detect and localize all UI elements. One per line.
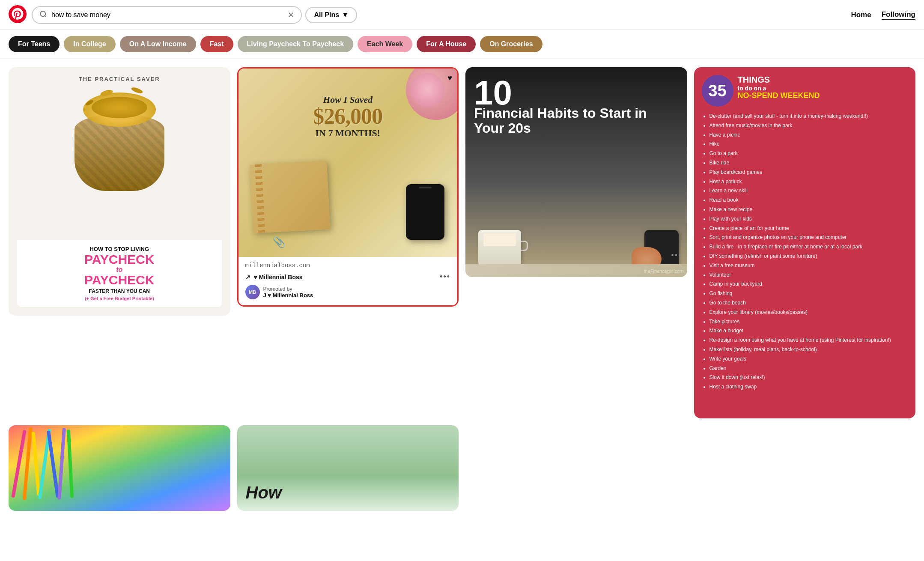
filter-paycheck[interactable]: Living Paycheck To Paycheck [238, 36, 353, 52]
list-item: Visit a free museum [709, 262, 908, 269]
filter-on-groceries[interactable]: On Groceries [480, 36, 542, 52]
search-input[interactable] [51, 11, 288, 19]
all-pins-button[interactable]: All Pins ▼ [305, 7, 357, 23]
how-to-image: How [237, 425, 459, 511]
filter-on-low-income[interactable]: On A Low Income [120, 36, 196, 52]
nav: Home Following [851, 10, 915, 20]
filter-bar: For Teens In College On A Low Income Fas… [0, 30, 924, 59]
number-badge: 35 [702, 75, 733, 107]
nav-following[interactable]: Following [882, 10, 915, 20]
list-item: Take pictures [709, 318, 908, 325]
pinterest-logo[interactable] [9, 5, 27, 25]
promoted-info: Promoted by J ♥ Millennial Boss [263, 286, 313, 298]
user-heart: ♥ [253, 274, 257, 280]
list-item: Play board/card games [709, 169, 908, 176]
things-label: THINGS [738, 75, 820, 85]
list-item: Sort, print and organize photos on your … [709, 234, 908, 241]
list-item: Go fishing [709, 290, 908, 297]
search-icon [39, 10, 47, 20]
arrow-link-icon: ↗ [245, 274, 250, 280]
amount-text: $26,000 [247, 105, 449, 128]
heart-icon: ♥ [447, 74, 452, 83]
list-item: Volunteer [709, 272, 908, 279]
notebook-image [249, 161, 330, 233]
pin2-footer: millennialboss.com ↗ ♥ Millennial Boss •… [238, 257, 458, 305]
no-spend-list: De-clutter (and sell your stuff - turn i… [702, 113, 908, 391]
list-item: Make a budget [709, 327, 908, 334]
list-item: Slow it down (just relax!) [709, 374, 908, 381]
filter-for-teens[interactable]: For Teens [9, 36, 60, 52]
pin-colorful-pens[interactable] [9, 425, 230, 511]
watermark-text: theFinancegirl.com [644, 269, 684, 274]
list-item: DIY something (refinish or paint some fu… [709, 253, 908, 260]
list-item: Build a fire - in a fireplace or fire pi… [709, 243, 908, 251]
list-item: Go to the beach [709, 299, 908, 307]
millennial-boss-name: Millennial Boss [259, 274, 303, 280]
list-item: Have a picnic [709, 131, 908, 139]
list-item: Read a book [709, 197, 908, 204]
no-spend-weekend-label: NO-SPEND WEEKEND [738, 92, 820, 100]
pin-no-spend-weekend[interactable]: 35 THINGS to do on a NO-SPEND WEEKEND De… [694, 67, 916, 418]
list-item: Bike ride [709, 159, 908, 167]
list-item: Make lists (holiday, meal plans, back-to… [709, 346, 908, 353]
pin-grid: THE PRACTICAL SAVER HOW TO STOP LIVING P… [0, 59, 924, 519]
paycheck-text2: PAYCHECK [21, 274, 218, 286]
list-item: Learn a new skill [709, 187, 908, 194]
list-item: Write your goals [709, 355, 908, 363]
more-options-button[interactable]: ••• [440, 272, 450, 281]
phone-image [406, 184, 444, 240]
coin-basket-image [75, 88, 164, 191]
list-item: De-clutter (and sell your stuff - turn i… [709, 113, 908, 120]
list-item: Camp in your backyard [709, 280, 908, 288]
no-spend-title-text: THINGS to do on a NO-SPEND WEEKEND [738, 75, 820, 100]
habits-photo-area [465, 157, 687, 277]
habit-number: 10 [474, 76, 512, 110]
promoted-name: J ♥ Millennial Boss [263, 292, 313, 298]
search-bar[interactable]: ✕ [32, 6, 302, 24]
more-options-pin3[interactable]: ••• [671, 251, 682, 260]
financial-habits-text: Financial Habits to Start in Your 20s [474, 106, 679, 136]
pin-practical-saver[interactable]: THE PRACTICAL SAVER HOW TO STOP LIVING P… [9, 67, 230, 316]
practical-saver-header: THE PRACTICAL SAVER [79, 76, 160, 82]
nav-home[interactable]: Home [851, 11, 871, 19]
list-item: Go to a park [709, 150, 908, 157]
no-spend-title-row: 35 THINGS to do on a NO-SPEND WEEKEND [702, 75, 908, 107]
binder-clip: 📎 [273, 236, 286, 248]
clear-icon[interactable]: ✕ [288, 10, 294, 20]
pin-financial-habits[interactable]: 10 Financial Habits to Start in Your 20s… [465, 67, 687, 277]
pens-image [9, 425, 230, 511]
pin-millennial-boss[interactable]: ♥ How I Saved $26,000 in 7 months! 📎 mil… [237, 67, 459, 307]
list-item: Play with your kids [709, 215, 908, 223]
promoted-row: MB Promoted by J ♥ Millennial Boss [245, 285, 451, 299]
list-item: Create a piece of art for your home [709, 225, 908, 232]
faster-text: FASTER THAN YOU CAN [21, 288, 218, 294]
how-to-text: How [246, 483, 282, 502]
promoted-label: Promoted by [263, 286, 313, 292]
chevron-down-icon: ▼ [342, 11, 349, 19]
cta-text: (+ Get a Free Budget Printable) [21, 296, 218, 301]
user-name: ↗ ♥ Millennial Boss [245, 274, 303, 280]
list-item: Garden [709, 365, 908, 372]
list-item: Make a new recipe [709, 206, 908, 213]
coffee-cup [478, 230, 521, 269]
financial-habits-title: 10 [474, 76, 679, 110]
paycheck-text1: PAYCHECK [21, 253, 218, 266]
header: ✕ All Pins ▼ Home Following [0, 0, 924, 30]
filter-each-week[interactable]: Each Week [358, 36, 412, 52]
filter-for-house[interactable]: For A House [417, 36, 476, 52]
months-text: in 7 months! [247, 128, 449, 139]
list-item: Hike [709, 140, 908, 148]
filter-fast[interactable]: Fast [200, 36, 233, 52]
svg-point-1 [40, 11, 45, 16]
list-item: Attend free music/movies in the park [709, 122, 908, 129]
pin-how-to[interactable]: How [237, 425, 459, 511]
promoted-avatar: MB [245, 285, 260, 299]
list-item: Host a potluck [709, 178, 908, 185]
list-item: Re-design a room using what you have at … [709, 337, 908, 344]
list-item: Explore your library (movies/books/passe… [709, 309, 908, 316]
filter-in-college[interactable]: In College [64, 36, 115, 52]
search-container: ✕ All Pins ▼ [32, 6, 357, 24]
list-item: Host a clothing swap [709, 383, 908, 391]
domain-text: millennialboss.com [245, 262, 451, 269]
to-do-on-a-label: to do on a [738, 85, 820, 92]
